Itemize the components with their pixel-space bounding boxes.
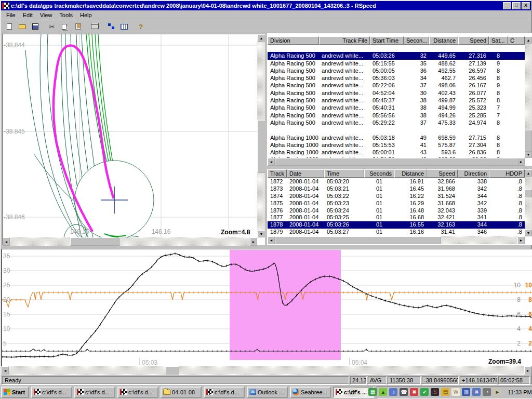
table-row[interactable] (268, 126, 525, 134)
new-button[interactable] (3, 21, 16, 32)
start-button[interactable]: Start (1, 387, 29, 398)
column-header-distance[interactable]: Distance (429, 36, 458, 45)
table-row[interactable]: 18762008-01-0405:03:240116.4832.043339.8 (268, 207, 525, 215)
column-header-date[interactable]: Date (287, 169, 324, 178)
restore-button[interactable]: □ (512, 2, 521, 9)
grid-button[interactable] (118, 21, 130, 32)
points-table-horizontal-scrollbar[interactable]: ◄► (268, 236, 525, 244)
table-row[interactable]: Alpha Racing 1000andrewd white...05:00:0… (268, 149, 525, 156)
map-horizontal-scrollbar[interactable]: ◄► (3, 237, 257, 246)
scroll-right-button[interactable]: ► (250, 237, 257, 246)
print-button[interactable] (88, 21, 101, 32)
tray-icon-2[interactable]: ▲ (379, 388, 387, 396)
chart-canvas[interactable]: 353025201510510108866442205:0305:04 (2, 249, 532, 366)
scrollbar-thumb[interactable] (275, 158, 519, 166)
table-row[interactable]: Alpha Racing 500andrewd white...04:52:04… (268, 89, 525, 97)
scrollbar-thumb[interactable] (275, 236, 441, 244)
help-button[interactable]: ? (135, 21, 147, 32)
table-row[interactable]: 18742008-01-0405:03:220116.2231.524344.8 (268, 193, 525, 200)
save-button[interactable] (29, 21, 42, 32)
tray-icon-3[interactable]: ♪ (389, 388, 397, 396)
column-header-time[interactable]: Time (324, 169, 364, 178)
tray-icon-10[interactable]: ▥ (462, 388, 470, 396)
column-header-c[interactable]: C (508, 36, 525, 45)
table-row[interactable]: 18792008-01-0405:03:270116.1631.41346.8 (268, 229, 525, 236)
menu-view[interactable]: View (37, 11, 56, 19)
open-button[interactable] (16, 21, 29, 32)
chart-horizontal-scrollbar[interactable]: ◄► (2, 366, 531, 375)
scroll-right-button[interactable]: ► (524, 366, 531, 375)
tray-icon-8[interactable]: ▤ (441, 388, 449, 396)
scrollbar-thumb[interactable] (257, 120, 265, 173)
table-row[interactable]: Alpha Racing 500andrewd white...05:29:22… (268, 119, 525, 126)
tray-icon-1[interactable]: ▦ (368, 388, 377, 396)
column-header-seconds[interactable]: Seconds (364, 169, 394, 178)
task-button-firefox[interactable]: Seabree... (290, 387, 331, 398)
tray-icon-11[interactable]: ✖ (472, 388, 481, 396)
task-button-flag[interactable]: c:\df's ... (333, 387, 374, 398)
task-button-flag[interactable]: c:\df's d... (117, 387, 158, 398)
task-button-flag[interactable]: c:\df's d... (204, 387, 245, 398)
tray-icon-7[interactable]: S (431, 388, 439, 396)
task-button-flag[interactable]: c:\df's d... (31, 387, 72, 398)
menu-help[interactable]: Help (77, 11, 95, 19)
column-header-direction[interactable]: Direction (458, 169, 489, 178)
menu-edit[interactable]: Edit (20, 11, 36, 19)
scroll-up-button[interactable]: ▲ (525, 169, 532, 177)
task-button-flag[interactable]: c:\df's d... (74, 387, 115, 398)
column-header-hdop[interactable]: HDOP (489, 169, 525, 178)
table-row[interactable]: Alpha Racing 500andrewd white...05:45:37… (268, 97, 525, 104)
table-row[interactable]: 18722008-01-0405:03:200116.9132.866338.8 (268, 178, 525, 185)
table-row[interactable]: Alpha Racing 500andrewd white...05:15:55… (268, 60, 525, 67)
scroll-left-button[interactable]: ◄ (2, 366, 9, 375)
scroll-up-button[interactable]: ▲ (525, 36, 532, 44)
column-header-speed[interactable]: Speed (458, 36, 489, 45)
table-row[interactable]: 18782008-01-0405:03:260116.5532.163344.8 (268, 221, 525, 229)
tray-icon-13[interactable]: ► (493, 388, 501, 396)
table-row[interactable]: Alpha Racing 500andrewd white...05:56:56… (268, 112, 525, 119)
column-header-sat[interactable]: Sat... (489, 36, 508, 45)
table-row[interactable]: 18752008-01-0405:03:230116.2931.668342.8 (268, 200, 525, 207)
scrollbar-thumb[interactable] (166, 366, 179, 375)
column-header-starttime[interactable]: Start Time (370, 36, 404, 45)
tray-icon-9[interactable]: W (451, 388, 460, 396)
column-header-trackfile[interactable]: Track File (319, 36, 370, 45)
menu-file[interactable]: File (3, 11, 19, 19)
scroll-down-button[interactable]: ▼ (257, 230, 265, 237)
table-row[interactable]: Alpha Racing 500andrewd white...05:22:06… (268, 82, 525, 89)
scrollbar-thumb[interactable] (70, 237, 119, 246)
table-row[interactable]: Alpha Racing 1000andrewd white...05:15:5… (268, 141, 525, 149)
laps-table-vertical-scrollbar[interactable]: ▲▼ (525, 36, 532, 158)
scroll-down-button[interactable]: ▼ (525, 229, 532, 236)
column-header-division[interactable]: Division (268, 36, 319, 45)
menu-tools[interactable]: Tools (56, 11, 76, 19)
table-row[interactable]: Alpha Racing 500andrewd white...05:36:03… (268, 74, 525, 82)
column-header-secon[interactable]: Secon... (404, 36, 429, 45)
panel-splitter[interactable] (265, 33, 267, 245)
table-row[interactable]: 18732008-01-0405:03:210116.4531.968342.8 (268, 185, 525, 193)
tray-icon-5[interactable]: ✖ (410, 388, 418, 396)
scroll-left-button[interactable]: ◄ (268, 236, 275, 244)
task-button-outlook[interactable]: ✉Outlook ... (247, 387, 288, 398)
sort-button[interactable] (105, 21, 117, 32)
map-canvas[interactable]: -38.844-38.845-38.846146.15146.16146.17 (3, 34, 257, 237)
table-row[interactable]: Alpha Racing 500andrewd white...05:40:31… (268, 104, 525, 111)
table-row[interactable]: Alpha Racing 500andrewd white...05:03:26… (268, 52, 525, 59)
scroll-right-button[interactable]: ► (517, 236, 525, 244)
tray-icon-4[interactable]: ☎ (400, 388, 408, 396)
cut-button[interactable]: ✂ (46, 21, 58, 32)
column-header-distance[interactable]: Distance (394, 169, 427, 178)
tray-icon-12[interactable]: ◔ (483, 388, 491, 396)
paste-button[interactable] (72, 21, 84, 32)
column-header-speed[interactable]: Speed (427, 169, 458, 178)
scrollbar-thumb[interactable] (525, 130, 532, 152)
scrollbar-thumb[interactable] (525, 189, 532, 197)
table-row[interactable]: Alpha Racing 1000andrewd white...05:03:1… (268, 134, 525, 141)
minimize-button[interactable]: _ (503, 2, 511, 9)
scroll-left-button[interactable]: ◄ (3, 237, 10, 246)
table-row[interactable] (268, 45, 525, 52)
map-vertical-scrollbar[interactable]: ▲▼ (257, 34, 265, 237)
points-table-vertical-scrollbar[interactable]: ▲▼ (525, 169, 532, 236)
copy-button[interactable] (59, 21, 71, 32)
scroll-up-button[interactable]: ▲ (257, 34, 265, 42)
